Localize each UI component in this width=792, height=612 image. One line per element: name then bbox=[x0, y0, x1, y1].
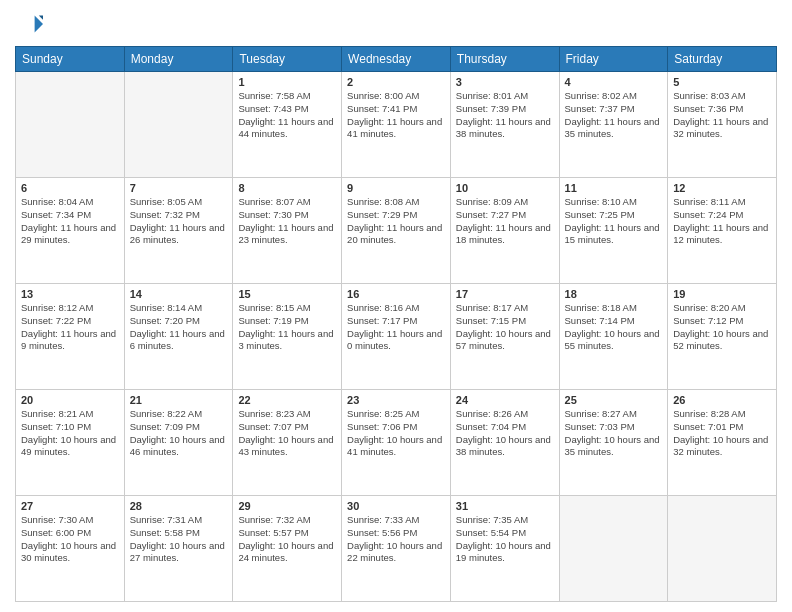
calendar-cell: 14Sunrise: 8:14 AMSunset: 7:20 PMDayligh… bbox=[124, 284, 233, 390]
day-info: Sunrise: 8:21 AMSunset: 7:10 PMDaylight:… bbox=[21, 408, 119, 459]
calendar-cell: 22Sunrise: 8:23 AMSunset: 7:07 PMDayligh… bbox=[233, 390, 342, 496]
day-number: 19 bbox=[673, 288, 771, 300]
day-info: Sunrise: 8:09 AMSunset: 7:27 PMDaylight:… bbox=[456, 196, 554, 247]
calendar-cell: 8Sunrise: 8:07 AMSunset: 7:30 PMDaylight… bbox=[233, 178, 342, 284]
day-info: Sunrise: 8:04 AMSunset: 7:34 PMDaylight:… bbox=[21, 196, 119, 247]
day-number: 14 bbox=[130, 288, 228, 300]
day-info: Sunrise: 7:58 AMSunset: 7:43 PMDaylight:… bbox=[238, 90, 336, 141]
svg-marker-1 bbox=[39, 16, 43, 20]
day-number: 24 bbox=[456, 394, 554, 406]
day-info: Sunrise: 8:01 AMSunset: 7:39 PMDaylight:… bbox=[456, 90, 554, 141]
day-info: Sunrise: 7:32 AMSunset: 5:57 PMDaylight:… bbox=[238, 514, 336, 565]
day-info: Sunrise: 8:27 AMSunset: 7:03 PMDaylight:… bbox=[565, 408, 663, 459]
day-number: 9 bbox=[347, 182, 445, 194]
calendar-cell: 3Sunrise: 8:01 AMSunset: 7:39 PMDaylight… bbox=[450, 72, 559, 178]
calendar-table: SundayMondayTuesdayWednesdayThursdayFrid… bbox=[15, 46, 777, 602]
day-info: Sunrise: 8:02 AMSunset: 7:37 PMDaylight:… bbox=[565, 90, 663, 141]
calendar-week-row: 1Sunrise: 7:58 AMSunset: 7:43 PMDaylight… bbox=[16, 72, 777, 178]
day-number: 30 bbox=[347, 500, 445, 512]
calendar-week-row: 20Sunrise: 8:21 AMSunset: 7:10 PMDayligh… bbox=[16, 390, 777, 496]
day-number: 16 bbox=[347, 288, 445, 300]
day-number: 31 bbox=[456, 500, 554, 512]
day-info: Sunrise: 8:28 AMSunset: 7:01 PMDaylight:… bbox=[673, 408, 771, 459]
day-number: 6 bbox=[21, 182, 119, 194]
calendar-cell: 11Sunrise: 8:10 AMSunset: 7:25 PMDayligh… bbox=[559, 178, 668, 284]
calendar-cell bbox=[668, 496, 777, 602]
calendar-cell: 2Sunrise: 8:00 AMSunset: 7:41 PMDaylight… bbox=[342, 72, 451, 178]
day-info: Sunrise: 8:18 AMSunset: 7:14 PMDaylight:… bbox=[565, 302, 663, 353]
day-number: 12 bbox=[673, 182, 771, 194]
calendar-cell: 17Sunrise: 8:17 AMSunset: 7:15 PMDayligh… bbox=[450, 284, 559, 390]
day-number: 8 bbox=[238, 182, 336, 194]
day-number: 27 bbox=[21, 500, 119, 512]
calendar-cell: 16Sunrise: 8:16 AMSunset: 7:17 PMDayligh… bbox=[342, 284, 451, 390]
weekday-header-monday: Monday bbox=[124, 47, 233, 72]
calendar-cell bbox=[559, 496, 668, 602]
day-number: 18 bbox=[565, 288, 663, 300]
weekday-header-saturday: Saturday bbox=[668, 47, 777, 72]
day-info: Sunrise: 8:08 AMSunset: 7:29 PMDaylight:… bbox=[347, 196, 445, 247]
day-number: 3 bbox=[456, 76, 554, 88]
logo bbox=[15, 10, 47, 38]
day-info: Sunrise: 8:12 AMSunset: 7:22 PMDaylight:… bbox=[21, 302, 119, 353]
weekday-header-sunday: Sunday bbox=[16, 47, 125, 72]
calendar-cell: 5Sunrise: 8:03 AMSunset: 7:36 PMDaylight… bbox=[668, 72, 777, 178]
day-info: Sunrise: 7:30 AMSunset: 6:00 PMDaylight:… bbox=[21, 514, 119, 565]
day-number: 5 bbox=[673, 76, 771, 88]
day-info: Sunrise: 7:31 AMSunset: 5:58 PMDaylight:… bbox=[130, 514, 228, 565]
day-number: 7 bbox=[130, 182, 228, 194]
header bbox=[15, 10, 777, 38]
day-number: 23 bbox=[347, 394, 445, 406]
calendar-cell bbox=[124, 72, 233, 178]
weekday-header-row: SundayMondayTuesdayWednesdayThursdayFrid… bbox=[16, 47, 777, 72]
day-number: 21 bbox=[130, 394, 228, 406]
day-number: 2 bbox=[347, 76, 445, 88]
day-info: Sunrise: 8:10 AMSunset: 7:25 PMDaylight:… bbox=[565, 196, 663, 247]
day-number: 10 bbox=[456, 182, 554, 194]
logo-icon bbox=[15, 10, 43, 38]
calendar-cell: 28Sunrise: 7:31 AMSunset: 5:58 PMDayligh… bbox=[124, 496, 233, 602]
day-info: Sunrise: 8:20 AMSunset: 7:12 PMDaylight:… bbox=[673, 302, 771, 353]
day-info: Sunrise: 8:22 AMSunset: 7:09 PMDaylight:… bbox=[130, 408, 228, 459]
day-info: Sunrise: 8:00 AMSunset: 7:41 PMDaylight:… bbox=[347, 90, 445, 141]
calendar-cell: 27Sunrise: 7:30 AMSunset: 6:00 PMDayligh… bbox=[16, 496, 125, 602]
weekday-header-thursday: Thursday bbox=[450, 47, 559, 72]
day-info: Sunrise: 8:15 AMSunset: 7:19 PMDaylight:… bbox=[238, 302, 336, 353]
day-info: Sunrise: 8:05 AMSunset: 7:32 PMDaylight:… bbox=[130, 196, 228, 247]
calendar-cell: 1Sunrise: 7:58 AMSunset: 7:43 PMDaylight… bbox=[233, 72, 342, 178]
calendar-cell: 12Sunrise: 8:11 AMSunset: 7:24 PMDayligh… bbox=[668, 178, 777, 284]
calendar-cell: 31Sunrise: 7:35 AMSunset: 5:54 PMDayligh… bbox=[450, 496, 559, 602]
weekday-header-wednesday: Wednesday bbox=[342, 47, 451, 72]
weekday-header-tuesday: Tuesday bbox=[233, 47, 342, 72]
calendar-week-row: 27Sunrise: 7:30 AMSunset: 6:00 PMDayligh… bbox=[16, 496, 777, 602]
calendar-cell: 18Sunrise: 8:18 AMSunset: 7:14 PMDayligh… bbox=[559, 284, 668, 390]
calendar-cell: 6Sunrise: 8:04 AMSunset: 7:34 PMDaylight… bbox=[16, 178, 125, 284]
calendar-cell: 21Sunrise: 8:22 AMSunset: 7:09 PMDayligh… bbox=[124, 390, 233, 496]
day-number: 28 bbox=[130, 500, 228, 512]
calendar-cell: 24Sunrise: 8:26 AMSunset: 7:04 PMDayligh… bbox=[450, 390, 559, 496]
day-info: Sunrise: 7:33 AMSunset: 5:56 PMDaylight:… bbox=[347, 514, 445, 565]
day-number: 29 bbox=[238, 500, 336, 512]
day-info: Sunrise: 8:26 AMSunset: 7:04 PMDaylight:… bbox=[456, 408, 554, 459]
day-info: Sunrise: 8:17 AMSunset: 7:15 PMDaylight:… bbox=[456, 302, 554, 353]
calendar-cell: 13Sunrise: 8:12 AMSunset: 7:22 PMDayligh… bbox=[16, 284, 125, 390]
calendar-cell bbox=[16, 72, 125, 178]
day-info: Sunrise: 8:07 AMSunset: 7:30 PMDaylight:… bbox=[238, 196, 336, 247]
calendar-week-row: 6Sunrise: 8:04 AMSunset: 7:34 PMDaylight… bbox=[16, 178, 777, 284]
day-info: Sunrise: 8:16 AMSunset: 7:17 PMDaylight:… bbox=[347, 302, 445, 353]
calendar-cell: 9Sunrise: 8:08 AMSunset: 7:29 PMDaylight… bbox=[342, 178, 451, 284]
day-number: 1 bbox=[238, 76, 336, 88]
day-number: 4 bbox=[565, 76, 663, 88]
day-number: 22 bbox=[238, 394, 336, 406]
day-info: Sunrise: 7:35 AMSunset: 5:54 PMDaylight:… bbox=[456, 514, 554, 565]
day-number: 20 bbox=[21, 394, 119, 406]
calendar-cell: 19Sunrise: 8:20 AMSunset: 7:12 PMDayligh… bbox=[668, 284, 777, 390]
calendar-cell: 23Sunrise: 8:25 AMSunset: 7:06 PMDayligh… bbox=[342, 390, 451, 496]
calendar-cell: 26Sunrise: 8:28 AMSunset: 7:01 PMDayligh… bbox=[668, 390, 777, 496]
calendar-cell: 10Sunrise: 8:09 AMSunset: 7:27 PMDayligh… bbox=[450, 178, 559, 284]
calendar-cell: 15Sunrise: 8:15 AMSunset: 7:19 PMDayligh… bbox=[233, 284, 342, 390]
day-number: 11 bbox=[565, 182, 663, 194]
day-info: Sunrise: 8:25 AMSunset: 7:06 PMDaylight:… bbox=[347, 408, 445, 459]
calendar-cell: 7Sunrise: 8:05 AMSunset: 7:32 PMDaylight… bbox=[124, 178, 233, 284]
day-info: Sunrise: 8:23 AMSunset: 7:07 PMDaylight:… bbox=[238, 408, 336, 459]
